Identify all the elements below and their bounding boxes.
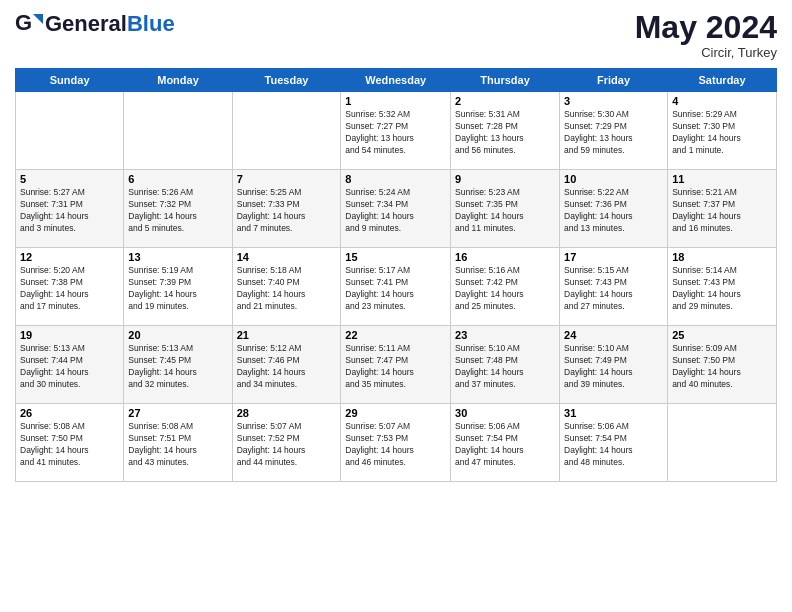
table-cell: 30Sunrise: 5:06 AMSunset: 7:54 PMDayligh… [451,404,560,482]
day-number: 17 [564,251,663,263]
table-cell: 22Sunrise: 5:11 AMSunset: 7:47 PMDayligh… [341,326,451,404]
table-cell: 4Sunrise: 5:29 AMSunset: 7:30 PMDaylight… [668,92,777,170]
day-number: 22 [345,329,446,341]
logo: G GeneralBlue [15,10,175,38]
day-number: 4 [672,95,772,107]
table-cell: 26Sunrise: 5:08 AMSunset: 7:50 PMDayligh… [16,404,124,482]
day-info: Sunrise: 5:08 AMSunset: 7:50 PMDaylight:… [20,421,119,469]
table-cell: 7Sunrise: 5:25 AMSunset: 7:33 PMDaylight… [232,170,341,248]
col-thursday: Thursday [451,69,560,92]
day-number: 9 [455,173,555,185]
table-cell: 5Sunrise: 5:27 AMSunset: 7:31 PMDaylight… [16,170,124,248]
day-info: Sunrise: 5:08 AMSunset: 7:51 PMDaylight:… [128,421,227,469]
table-cell: 17Sunrise: 5:15 AMSunset: 7:43 PMDayligh… [560,248,668,326]
table-cell: 6Sunrise: 5:26 AMSunset: 7:32 PMDaylight… [124,170,232,248]
day-number: 12 [20,251,119,263]
table-cell: 9Sunrise: 5:23 AMSunset: 7:35 PMDaylight… [451,170,560,248]
page-container: G GeneralBlue May 2024 Circir, Turkey Su… [0,0,792,487]
logo-text: GeneralBlue [45,11,175,36]
table-cell: 23Sunrise: 5:10 AMSunset: 7:48 PMDayligh… [451,326,560,404]
day-info: Sunrise: 5:32 AMSunset: 7:27 PMDaylight:… [345,109,446,157]
logo-icon: G [15,10,43,38]
svg-text:G: G [15,10,32,35]
table-cell: 8Sunrise: 5:24 AMSunset: 7:34 PMDaylight… [341,170,451,248]
day-info: Sunrise: 5:10 AMSunset: 7:49 PMDaylight:… [564,343,663,391]
day-info: Sunrise: 5:27 AMSunset: 7:31 PMDaylight:… [20,187,119,235]
day-info: Sunrise: 5:24 AMSunset: 7:34 PMDaylight:… [345,187,446,235]
day-info: Sunrise: 5:23 AMSunset: 7:35 PMDaylight:… [455,187,555,235]
table-cell: 12Sunrise: 5:20 AMSunset: 7:38 PMDayligh… [16,248,124,326]
day-number: 31 [564,407,663,419]
table-cell: 27Sunrise: 5:08 AMSunset: 7:51 PMDayligh… [124,404,232,482]
day-number: 28 [237,407,337,419]
day-info: Sunrise: 5:14 AMSunset: 7:43 PMDaylight:… [672,265,772,313]
calendar-table: Sunday Monday Tuesday Wednesday Thursday… [15,68,777,482]
day-number: 3 [564,95,663,107]
calendar-header-row: Sunday Monday Tuesday Wednesday Thursday… [16,69,777,92]
day-number: 1 [345,95,446,107]
table-cell: 10Sunrise: 5:22 AMSunset: 7:36 PMDayligh… [560,170,668,248]
location: Circir, Turkey [635,45,777,60]
table-cell: 21Sunrise: 5:12 AMSunset: 7:46 PMDayligh… [232,326,341,404]
table-cell [124,92,232,170]
day-info: Sunrise: 5:20 AMSunset: 7:38 PMDaylight:… [20,265,119,313]
day-number: 13 [128,251,227,263]
day-info: Sunrise: 5:25 AMSunset: 7:33 PMDaylight:… [237,187,337,235]
day-number: 10 [564,173,663,185]
day-info: Sunrise: 5:07 AMSunset: 7:52 PMDaylight:… [237,421,337,469]
day-info: Sunrise: 5:10 AMSunset: 7:48 PMDaylight:… [455,343,555,391]
day-number: 25 [672,329,772,341]
day-info: Sunrise: 5:29 AMSunset: 7:30 PMDaylight:… [672,109,772,157]
day-info: Sunrise: 5:07 AMSunset: 7:53 PMDaylight:… [345,421,446,469]
col-sunday: Sunday [16,69,124,92]
day-info: Sunrise: 5:21 AMSunset: 7:37 PMDaylight:… [672,187,772,235]
title-block: May 2024 Circir, Turkey [635,10,777,60]
day-number: 7 [237,173,337,185]
week-row-4: 19Sunrise: 5:13 AMSunset: 7:44 PMDayligh… [16,326,777,404]
day-number: 24 [564,329,663,341]
day-info: Sunrise: 5:16 AMSunset: 7:42 PMDaylight:… [455,265,555,313]
day-number: 27 [128,407,227,419]
day-info: Sunrise: 5:13 AMSunset: 7:45 PMDaylight:… [128,343,227,391]
day-number: 19 [20,329,119,341]
day-number: 23 [455,329,555,341]
col-saturday: Saturday [668,69,777,92]
day-number: 29 [345,407,446,419]
day-number: 30 [455,407,555,419]
svg-marker-1 [33,14,43,24]
logo-general: General [45,11,127,36]
week-row-5: 26Sunrise: 5:08 AMSunset: 7:50 PMDayligh… [16,404,777,482]
day-info: Sunrise: 5:09 AMSunset: 7:50 PMDaylight:… [672,343,772,391]
table-cell: 3Sunrise: 5:30 AMSunset: 7:29 PMDaylight… [560,92,668,170]
table-cell: 14Sunrise: 5:18 AMSunset: 7:40 PMDayligh… [232,248,341,326]
logo-blue: Blue [127,11,175,36]
header: G GeneralBlue May 2024 Circir, Turkey [15,10,777,60]
table-cell: 19Sunrise: 5:13 AMSunset: 7:44 PMDayligh… [16,326,124,404]
day-info: Sunrise: 5:15 AMSunset: 7:43 PMDaylight:… [564,265,663,313]
day-info: Sunrise: 5:30 AMSunset: 7:29 PMDaylight:… [564,109,663,157]
day-info: Sunrise: 5:06 AMSunset: 7:54 PMDaylight:… [564,421,663,469]
day-info: Sunrise: 5:22 AMSunset: 7:36 PMDaylight:… [564,187,663,235]
week-row-1: 1Sunrise: 5:32 AMSunset: 7:27 PMDaylight… [16,92,777,170]
day-number: 26 [20,407,119,419]
day-info: Sunrise: 5:11 AMSunset: 7:47 PMDaylight:… [345,343,446,391]
day-number: 5 [20,173,119,185]
table-cell [16,92,124,170]
table-cell: 18Sunrise: 5:14 AMSunset: 7:43 PMDayligh… [668,248,777,326]
day-info: Sunrise: 5:19 AMSunset: 7:39 PMDaylight:… [128,265,227,313]
table-cell: 24Sunrise: 5:10 AMSunset: 7:49 PMDayligh… [560,326,668,404]
col-wednesday: Wednesday [341,69,451,92]
col-monday: Monday [124,69,232,92]
week-row-3: 12Sunrise: 5:20 AMSunset: 7:38 PMDayligh… [16,248,777,326]
week-row-2: 5Sunrise: 5:27 AMSunset: 7:31 PMDaylight… [16,170,777,248]
table-cell: 13Sunrise: 5:19 AMSunset: 7:39 PMDayligh… [124,248,232,326]
table-cell: 28Sunrise: 5:07 AMSunset: 7:52 PMDayligh… [232,404,341,482]
day-number: 2 [455,95,555,107]
col-friday: Friday [560,69,668,92]
day-number: 18 [672,251,772,263]
day-info: Sunrise: 5:17 AMSunset: 7:41 PMDaylight:… [345,265,446,313]
table-cell: 11Sunrise: 5:21 AMSunset: 7:37 PMDayligh… [668,170,777,248]
table-cell: 25Sunrise: 5:09 AMSunset: 7:50 PMDayligh… [668,326,777,404]
day-number: 14 [237,251,337,263]
table-cell: 29Sunrise: 5:07 AMSunset: 7:53 PMDayligh… [341,404,451,482]
